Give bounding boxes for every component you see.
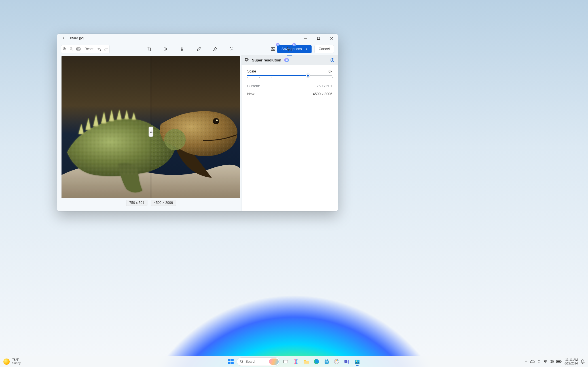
undo-button[interactable] (96, 45, 103, 53)
svg-text:1:1: 1:1 (77, 48, 79, 50)
paint-button[interactable] (333, 357, 341, 366)
taskbar-center: Search T (227, 357, 361, 366)
svg-rect-27 (325, 360, 329, 364)
view-tool-group: 1:1 Reset (61, 45, 110, 53)
search-label: Search (246, 360, 256, 364)
info-button[interactable] (330, 58, 335, 62)
svg-point-23 (240, 360, 243, 362)
photos-editor-window: lizard.jpg 1:1 Reset (57, 34, 338, 211)
crop-icon (147, 47, 151, 51)
reset-button[interactable]: Reset (82, 45, 96, 53)
chevron-up-icon (525, 360, 528, 363)
task-view-button[interactable] (282, 357, 290, 366)
svg-point-17 (164, 129, 186, 150)
scale-slider[interactable] (247, 75, 332, 79)
adjust-tool[interactable] (162, 45, 169, 53)
svg-point-7 (272, 48, 273, 49)
eraser-icon (213, 47, 217, 51)
search-icon (240, 360, 244, 364)
svg-rect-18 (62, 56, 151, 198)
svg-point-35 (336, 362, 337, 362)
maximize-button[interactable] (312, 34, 325, 43)
svg-point-38 (348, 360, 349, 361)
system-tray[interactable] (525, 360, 562, 364)
window-controls (299, 34, 338, 43)
edge-button[interactable] (312, 357, 321, 366)
edge-icon (314, 359, 319, 364)
store-button[interactable] (322, 357, 331, 366)
svg-rect-43 (557, 361, 560, 362)
markup-tool[interactable] (195, 45, 202, 53)
sun-icon (3, 359, 10, 365)
svg-rect-22 (332, 60, 333, 61)
brush-icon (180, 47, 184, 51)
svg-point-40 (356, 360, 357, 362)
retouch-tool[interactable] (228, 45, 235, 53)
crop-tool[interactable] (145, 45, 153, 53)
canvas-area: ⇄ 750 x 501 4500 × 3006 (57, 55, 241, 211)
minimize-button[interactable] (299, 34, 312, 43)
redo-icon (104, 47, 108, 51)
ai-super-resolution-tool[interactable]: AI (286, 45, 293, 53)
back-button[interactable] (60, 34, 68, 42)
copilot-icon (293, 359, 299, 364)
taskbar-weather[interactable]: 78°F Sunny (0, 358, 21, 365)
filter-tool[interactable] (178, 45, 186, 53)
fit-screen-button[interactable]: 1:1 (75, 45, 82, 53)
teams-button[interactable]: T (343, 357, 351, 366)
close-button[interactable] (325, 34, 338, 43)
cancel-button[interactable]: Cancel (314, 45, 334, 53)
image-ai-icon (271, 47, 275, 51)
svg-point-34 (337, 360, 338, 361)
svg-rect-31 (327, 362, 328, 363)
arrow-left-icon (62, 36, 66, 40)
svg-rect-25 (284, 360, 287, 363)
erase-tool[interactable] (211, 45, 219, 53)
chevron-down-icon: ▾ (306, 48, 307, 50)
zoom-out-button[interactable] (68, 45, 75, 53)
current-value: 750 x 501 (317, 84, 332, 88)
svg-rect-28 (326, 361, 327, 362)
photos-icon (354, 359, 360, 364)
resize-ai-icon (287, 47, 292, 51)
svg-rect-0 (317, 37, 320, 39)
dimension-new: 4500 × 3006 (151, 200, 176, 206)
svg-point-33 (336, 360, 337, 361)
clock-time: 11:11 AM (564, 358, 578, 361)
teams-icon: T (344, 359, 350, 364)
svg-rect-29 (327, 361, 328, 362)
explorer-button[interactable] (302, 357, 310, 366)
ai-tool-group: AI AI (269, 45, 293, 53)
redo-button[interactable] (103, 45, 109, 53)
svg-point-41 (545, 363, 546, 363)
notifications-icon[interactable] (581, 359, 585, 364)
svg-rect-8 (287, 47, 290, 50)
svg-rect-30 (326, 362, 327, 363)
svg-rect-6 (271, 48, 275, 51)
ai-background-tool[interactable]: AI (269, 45, 277, 53)
clock-date: 6/22/2024 (564, 362, 578, 365)
image-canvas[interactable]: ⇄ (62, 56, 240, 198)
new-label: New: (247, 92, 255, 96)
scale-label: Scale (247, 69, 256, 73)
compare-split-handle[interactable]: ⇄ (149, 127, 153, 137)
scale-value: 6x (329, 69, 332, 73)
start-button[interactable] (227, 357, 235, 366)
copilot-button[interactable] (292, 357, 300, 366)
zoom-out-icon (69, 47, 73, 51)
current-label: Current: (247, 84, 260, 88)
svg-rect-19 (245, 58, 248, 61)
photos-button[interactable] (353, 357, 361, 366)
new-value: 4500 x 3006 (313, 92, 332, 96)
onedrive-icon (530, 360, 535, 363)
ai-badge: AI (276, 43, 280, 46)
copilot-tray-icon (537, 360, 541, 364)
svg-text:T: T (345, 360, 347, 363)
resize-icon (245, 58, 249, 62)
svg-point-21 (332, 59, 333, 59)
zoom-in-button[interactable] (61, 45, 68, 53)
edit-tool-group (145, 45, 235, 53)
taskbar-search[interactable]: Search (237, 357, 280, 366)
fit-icon: 1:1 (76, 47, 81, 51)
taskbar-clock[interactable]: 11:11 AM 6/22/2024 (564, 358, 578, 365)
